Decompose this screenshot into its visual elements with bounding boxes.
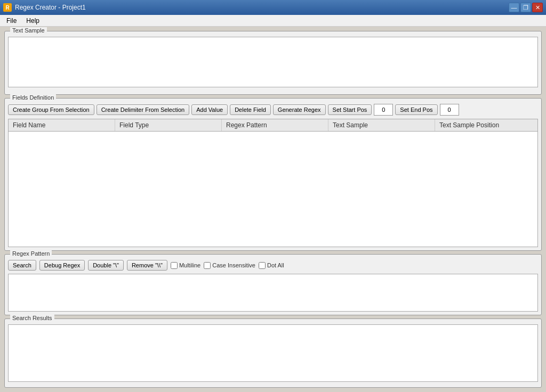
debug-regex-button[interactable]: Debug Regex [39, 260, 85, 271]
remove-backslash-button[interactable]: Remove "\\" [127, 260, 167, 271]
set-start-pos-button[interactable]: Set Start Pos [328, 104, 372, 115]
table-body [9, 132, 537, 164]
text-sample-input[interactable] [8, 37, 538, 87]
case-insensitive-checkbox[interactable] [204, 262, 211, 269]
menu-bar: File Help [0, 15, 546, 27]
fields-definition-label: Fields Definition [10, 94, 56, 101]
app-icon: R [3, 3, 12, 12]
create-group-button[interactable]: Create Group From Selection [8, 104, 94, 115]
case-insensitive-checkbox-label[interactable]: Case Insensitive [204, 262, 255, 269]
regex-toolbar: Search Debug Regex Double "\" Remove "\\… [8, 260, 538, 271]
col-field-name: Field Name [9, 119, 115, 131]
col-regex-pattern: Regex Pattern [222, 119, 328, 131]
search-results-panel: Search Results [4, 318, 542, 388]
add-value-button[interactable]: Add Value [191, 104, 228, 115]
end-pos-input[interactable] [440, 104, 459, 116]
fields-toolbar: Create Group From Selection Create Delim… [8, 104, 538, 116]
restore-button[interactable]: ❐ [520, 3, 531, 12]
search-results-label: Search Results [10, 315, 54, 321]
double-backslash-button[interactable]: Double "\" [88, 260, 124, 271]
text-sample-panel: Text Sample [4, 31, 542, 95]
search-results-output[interactable] [8, 324, 538, 382]
regex-pattern-panel: Regex Pattern Search Debug Regex Double … [4, 254, 542, 315]
dot-all-checkbox[interactable] [259, 262, 266, 269]
text-sample-label: Text Sample [10, 27, 47, 34]
search-button[interactable]: Search [8, 260, 36, 271]
table-header: Field Name Field Type Regex Pattern Text… [9, 119, 537, 132]
close-button[interactable]: ✕ [532, 3, 543, 12]
fields-table: Field Name Field Type Regex Pattern Text… [8, 119, 538, 247]
window-controls: — ❐ ✕ [509, 3, 543, 12]
delete-field-button[interactable]: Delete Field [230, 104, 271, 115]
main-content: Text Sample Fields Definition Create Gro… [0, 27, 546, 392]
col-field-type: Field Type [115, 119, 222, 131]
menu-help[interactable]: Help [22, 16, 44, 26]
menu-file[interactable]: File [2, 16, 21, 26]
create-delimiter-button[interactable]: Create Delimiter From Selection [97, 104, 190, 115]
multiline-checkbox[interactable] [171, 262, 178, 269]
regex-pattern-label: Regex Pattern [10, 250, 52, 257]
multiline-checkbox-label[interactable]: Multiline [171, 262, 200, 269]
dot-all-checkbox-label[interactable]: Dot All [259, 262, 284, 269]
regex-pattern-input[interactable] [8, 274, 538, 312]
col-text-sample: Text Sample [328, 119, 435, 131]
start-pos-input[interactable] [374, 104, 393, 116]
set-end-pos-button[interactable]: Set End Pos [395, 104, 437, 115]
minimize-button[interactable]: — [509, 3, 519, 12]
title-text: Regex Creator - Project1 [15, 4, 86, 11]
col-text-sample-position: Text Sample Position [435, 119, 537, 131]
generate-regex-button[interactable]: Generate Regex [273, 104, 326, 115]
title-bar: R Regex Creator - Project1 — ❐ ✕ [0, 0, 546, 15]
fields-definition-panel: Fields Definition Create Group From Sele… [4, 98, 542, 251]
